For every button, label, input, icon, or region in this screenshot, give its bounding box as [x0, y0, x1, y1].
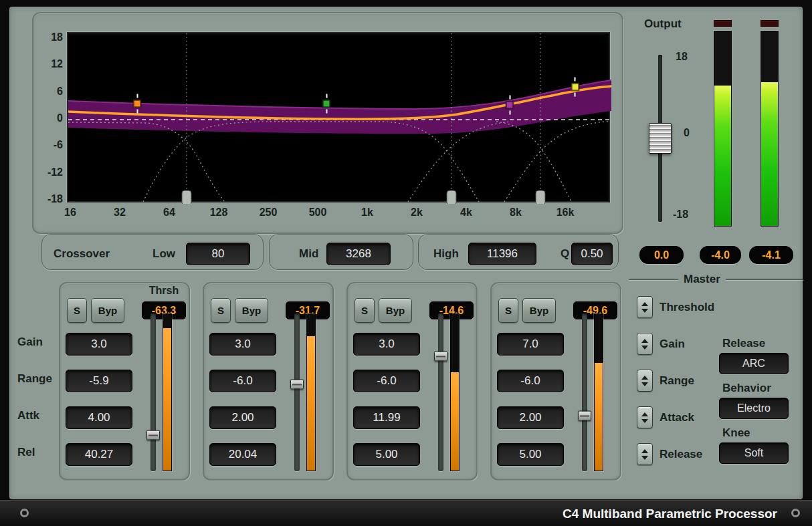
- x-tick: 8k: [491, 207, 540, 219]
- band3-attack-value[interactable]: 11.99: [353, 406, 420, 429]
- mid-crossover-value[interactable]: 3268: [326, 243, 391, 265]
- band4-threshold-slider[interactable]: [582, 313, 587, 471]
- master-attack-label: Attack: [659, 411, 694, 424]
- master-threshold-spinner[interactable]: [637, 296, 653, 318]
- band1-range-value[interactable]: -5.9: [66, 370, 132, 392]
- master-panel: Master Threshold Gain Range: [629, 282, 804, 483]
- band3-gain-value[interactable]: 3.0: [353, 333, 420, 356]
- range-row-label: Range: [17, 372, 52, 386]
- master-gain-spinner[interactable]: [637, 333, 653, 355]
- up-arrow-icon[interactable]: [641, 412, 648, 416]
- mid-crossover-label: Mid: [299, 247, 318, 261]
- band3-marker[interactable]: [506, 102, 514, 109]
- q-label: Q: [561, 247, 569, 261]
- band-filter-curves: [68, 122, 611, 202]
- band2-threshold-handle[interactable]: [290, 380, 304, 390]
- range-band-fill: [68, 80, 611, 134]
- band3-release-value[interactable]: 5.00: [353, 443, 420, 466]
- q-value[interactable]: 0.50: [571, 243, 613, 265]
- down-arrow-icon[interactable]: [641, 456, 648, 460]
- frequency-response-plot[interactable]: [67, 32, 610, 203]
- band3-threshold-handle[interactable]: [434, 351, 447, 361]
- y-tick: -6: [36, 139, 63, 151]
- band1-threshold-handle[interactable]: [146, 430, 160, 440]
- band2-solo-button[interactable]: S: [211, 298, 231, 323]
- band2-bypass-button[interactable]: Byp: [235, 298, 268, 323]
- mid-crossover-handle: [447, 190, 456, 204]
- y-tick: -18: [36, 193, 63, 205]
- x-tick: 16: [45, 207, 95, 219]
- down-arrow-icon[interactable]: [641, 382, 648, 386]
- y-tick: 0: [36, 112, 63, 124]
- band4-bypass-button[interactable]: Byp: [522, 298, 556, 323]
- waves-rotate-icon-right[interactable]: [791, 509, 800, 517]
- band1-gain-value[interactable]: 3.0: [66, 333, 132, 356]
- band1-bypass-button[interactable]: Byp: [91, 298, 124, 323]
- band4-marker[interactable]: [571, 83, 579, 90]
- up-arrow-icon[interactable]: [641, 302, 648, 306]
- y-tick: 12: [36, 58, 63, 70]
- master-range-spinner[interactable]: [637, 370, 653, 392]
- band4-range-value[interactable]: -6.0: [497, 370, 564, 392]
- output-fader[interactable]: [654, 55, 666, 222]
- up-arrow-icon[interactable]: [641, 376, 648, 380]
- band2-threshold-slider[interactable]: [294, 313, 300, 471]
- band1-thresh-label: Thrsh: [142, 285, 186, 297]
- release-mode-label: Release: [722, 337, 765, 350]
- master-header-line-right: [726, 279, 804, 280]
- behavior-button[interactable]: Electro: [719, 398, 789, 419]
- left-meter-clip-led[interactable]: [714, 20, 732, 27]
- band2-range-value[interactable]: -6.0: [209, 370, 276, 392]
- band4-attack-value[interactable]: 2.00: [497, 406, 564, 429]
- fader-scale-top: 18: [676, 51, 688, 63]
- crossover-handles: [182, 190, 545, 204]
- band4-threshold-handle[interactable]: [578, 411, 591, 421]
- x-tick: 4k: [441, 207, 491, 219]
- high-crossover-handle: [536, 190, 545, 204]
- master-range-label: Range: [659, 374, 694, 388]
- right-meter-clip-led[interactable]: [760, 20, 779, 27]
- waves-rotate-icon-left[interactable]: [20, 509, 29, 517]
- right-meter-readout: -4.1: [749, 246, 793, 264]
- up-arrow-icon[interactable]: [641, 339, 648, 343]
- band1-attack-value[interactable]: 4.00: [66, 406, 132, 429]
- band2-marker[interactable]: [323, 100, 330, 108]
- band1-panel: Thrsh S Byp -63.3 3.0 -5.9 4.00 40.27: [59, 282, 190, 481]
- band3-range-value[interactable]: -6.0: [353, 370, 420, 392]
- up-arrow-icon[interactable]: [641, 449, 648, 453]
- band1-marker[interactable]: [134, 100, 141, 108]
- crossover-title: Crossover: [54, 247, 110, 261]
- x-tick: 250: [243, 207, 293, 219]
- band4-solo-button[interactable]: S: [498, 298, 518, 323]
- output-gain-readout: 0.0: [639, 246, 684, 264]
- band4-meter: [594, 313, 603, 471]
- band4-gain-value[interactable]: 7.0: [497, 333, 564, 356]
- high-crossover-value[interactable]: 11396: [468, 243, 536, 265]
- band1-release-value[interactable]: 40.27: [66, 443, 132, 466]
- down-arrow-icon[interactable]: [641, 309, 648, 313]
- master-attack-spinner[interactable]: [637, 406, 653, 428]
- knee-button[interactable]: Soft: [719, 442, 789, 464]
- band2-release-value[interactable]: 20.04: [209, 443, 276, 466]
- master-gain-label: Gain: [659, 338, 685, 351]
- band2-panel: S Byp -31.7 3.0 -6.0 2.00 20.04: [203, 282, 334, 481]
- band2-attack-value[interactable]: 2.00: [209, 406, 276, 429]
- band4-release-value[interactable]: 5.00: [497, 443, 564, 466]
- band3-bypass-button[interactable]: Byp: [379, 298, 412, 323]
- band3-solo-button[interactable]: S: [354, 298, 375, 323]
- band1-threshold-slider[interactable]: [150, 313, 156, 471]
- band1-solo-button[interactable]: S: [67, 298, 87, 323]
- low-crossover-label: Low: [153, 247, 175, 261]
- down-arrow-icon[interactable]: [641, 346, 648, 350]
- x-axis: 16 32 64 128 250 500 1k 2k 4k 8k 16k: [45, 207, 590, 219]
- band3-panel: S Byp -14.6 3.0 -6.0 11.99 5.00: [346, 282, 478, 481]
- behavior-label: Behavior: [722, 382, 771, 395]
- low-crossover-value[interactable]: 80: [186, 243, 250, 265]
- release-mode-button[interactable]: ARC: [719, 353, 789, 374]
- footer-bar: C4 Multiband Parametric Processor: [0, 500, 812, 526]
- master-release-spinner[interactable]: [637, 443, 653, 465]
- output-fader-knob[interactable]: [649, 123, 672, 154]
- band3-threshold-slider[interactable]: [438, 313, 443, 471]
- band2-gain-value[interactable]: 3.0: [209, 333, 276, 356]
- down-arrow-icon[interactable]: [641, 419, 648, 423]
